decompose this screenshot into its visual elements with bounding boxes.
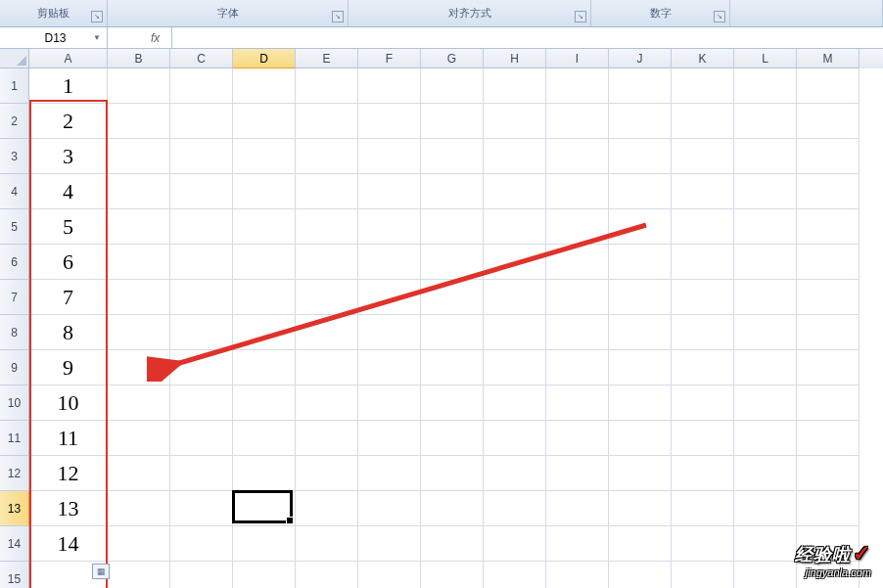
cell-A10[interactable]: 10 [29,385,108,421]
row-header-13[interactable]: 13 [0,491,29,526]
cell-C3[interactable] [170,139,233,174]
cell-E8[interactable] [296,315,358,350]
cell-D8[interactable] [233,315,296,350]
cell-D2[interactable] [233,104,296,139]
cell-A2[interactable]: 2 [29,104,108,139]
cell-H7[interactable] [484,280,546,315]
cell-M7[interactable] [797,280,860,315]
cell-E1[interactable] [296,68,358,104]
cell-J11[interactable] [609,421,672,456]
cell-G2[interactable] [421,104,484,139]
cell-E2[interactable] [296,104,358,139]
cell-I4[interactable] [546,174,609,209]
cell-J15[interactable] [609,562,672,588]
cell-C5[interactable] [170,209,233,245]
cell-G10[interactable] [421,385,484,421]
cell-A13[interactable]: 13 [29,491,108,526]
cell-I10[interactable] [546,385,609,421]
cell-H4[interactable] [484,174,546,209]
cell-G12[interactable] [421,456,484,491]
cell-A6[interactable]: 6 [29,245,108,280]
cell-D9[interactable] [233,350,296,385]
select-all-button[interactable] [0,49,29,68]
cell-L8[interactable] [734,315,797,350]
cell-C1[interactable] [170,68,233,104]
cell-H9[interactable] [484,350,546,385]
row-header-12[interactable]: 12 [0,456,29,491]
cell-G13[interactable] [421,491,484,526]
cell-F5[interactable] [358,209,421,245]
cell-M2[interactable] [797,104,860,139]
cell-I8[interactable] [546,315,609,350]
cell-B10[interactable] [108,385,170,421]
cell-F12[interactable] [358,456,421,491]
cell-G1[interactable] [421,68,484,104]
cell-H12[interactable] [484,456,546,491]
cell-F14[interactable] [358,526,421,562]
row-header-11[interactable]: 11 [0,421,29,456]
cell-H5[interactable] [484,209,546,245]
cell-G4[interactable] [421,174,484,209]
cell-J10[interactable] [609,385,672,421]
cell-K3[interactable] [672,139,734,174]
cell-A3[interactable]: 3 [29,139,108,174]
cell-B9[interactable] [108,350,170,385]
cell-K6[interactable] [672,245,734,280]
cell-E9[interactable] [296,350,358,385]
cell-J1[interactable] [609,68,672,104]
cell-C9[interactable] [170,350,233,385]
cell-L1[interactable] [734,68,797,104]
cell-M13[interactable] [797,491,860,526]
column-header-I[interactable]: I [546,49,609,68]
cell-L14[interactable] [734,526,797,562]
cell-I1[interactable] [546,68,609,104]
cell-C8[interactable] [170,315,233,350]
cell-L7[interactable] [734,280,797,315]
cell-B13[interactable] [108,491,170,526]
cell-B1[interactable] [108,68,170,104]
row-header-5[interactable]: 5 [0,209,29,245]
cell-K15[interactable] [672,562,734,588]
cell-G15[interactable] [421,562,484,588]
cell-J9[interactable] [609,350,672,385]
cell-B5[interactable] [108,209,170,245]
cell-B14[interactable] [108,526,170,562]
cell-F1[interactable] [358,68,421,104]
cell-F9[interactable] [358,350,421,385]
cell-C6[interactable] [170,245,233,280]
cell-C13[interactable] [170,491,233,526]
cell-C4[interactable] [170,174,233,209]
cell-M4[interactable] [797,174,860,209]
column-header-D[interactable]: D [233,49,296,68]
column-header-M[interactable]: M [797,49,860,68]
cell-F3[interactable] [358,139,421,174]
cell-K12[interactable] [672,456,734,491]
cell-K4[interactable] [672,174,734,209]
dialog-launcher-icon[interactable]: ↘ [575,11,586,23]
cell-C2[interactable] [170,104,233,139]
row-header-8[interactable]: 8 [0,315,29,350]
dialog-launcher-icon[interactable]: ↘ [91,11,103,23]
cell-K7[interactable] [672,280,734,315]
cell-G3[interactable] [421,139,484,174]
cell-F10[interactable] [358,385,421,421]
cell-E6[interactable] [296,245,358,280]
name-box[interactable]: D13 ▼ [0,27,108,48]
cell-D1[interactable] [233,68,296,104]
cell-J6[interactable] [609,245,672,280]
cell-E12[interactable] [296,456,358,491]
cell-I2[interactable] [546,104,609,139]
cell-F4[interactable] [358,174,421,209]
cell-L13[interactable] [734,491,797,526]
cell-I11[interactable] [546,421,609,456]
cell-A1[interactable]: 1 [29,68,108,104]
cell-M1[interactable] [797,68,860,104]
cell-A9[interactable]: 9 [29,350,108,385]
cell-C7[interactable] [170,280,233,315]
cell-C11[interactable] [170,421,233,456]
row-header-4[interactable]: 4 [0,174,29,209]
row-header-14[interactable]: 14 [0,526,29,562]
cell-G9[interactable] [421,350,484,385]
cell-E15[interactable] [296,562,358,588]
cell-E14[interactable] [296,526,358,562]
